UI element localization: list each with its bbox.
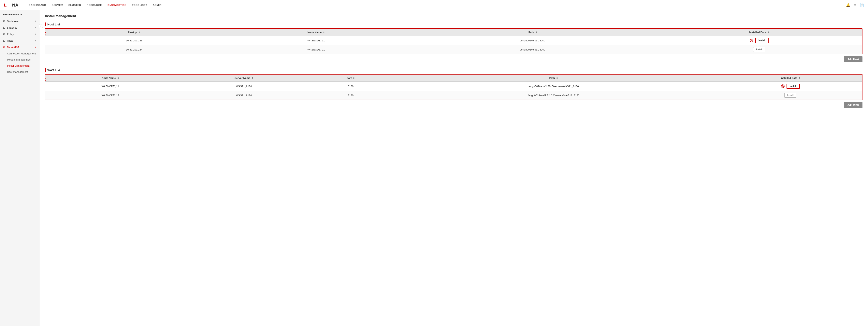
- was-list-table-wrapper: ③ Node Name ⇕ Server Name ⇕: [45, 74, 863, 100]
- sidebar-section-policy: ⊞ Policy ∧: [0, 31, 39, 37]
- page-title: Install Management: [45, 14, 76, 18]
- sidebar-label-policy: Policy: [7, 33, 34, 36]
- badge-1: ①: [45, 32, 46, 36]
- was-row-1-node: WASNODE_11: [45, 82, 175, 91]
- tuna-apm-section-icon: ⊞: [3, 46, 5, 49]
- sidebar-section-tuna-apm: ⊞ TunA APM ∨ Connection Management Modul…: [0, 44, 39, 75]
- was-col-port[interactable]: Port ⇕: [313, 74, 389, 82]
- was-row-2-server: WAS11_8180: [175, 91, 313, 100]
- nav-icons: 🔔 ⚙ 📄: [846, 3, 864, 7]
- was-list-section-header: WAS List: [45, 68, 863, 72]
- sidebar-label-trace: Trace: [7, 39, 34, 42]
- was-col-installed-date[interactable]: Installed Date ⇕: [719, 74, 862, 82]
- sidebar-section-header-tuna-apm[interactable]: ⊞ TunA APM ∨: [0, 44, 39, 51]
- host-list-table: Host Ip ⇕ Node Name ⇕ Path ⇕: [45, 29, 862, 54]
- nav-topology[interactable]: TOPOLOGY: [132, 4, 147, 6]
- sidebar-section-dashboard: ⊞ Dashboard ∧: [0, 18, 39, 25]
- sidebar-section-header-statistics[interactable]: ⊞ Statistics ∧: [0, 25, 39, 31]
- was-server-sort-icon: ⇕: [251, 77, 253, 79]
- host-row-2-ip: 10.81.209.134: [45, 45, 223, 54]
- host-row-2-path: /engn001/lena/1.32c0: [409, 45, 656, 54]
- sidebar: DIAGNOSTICS ⊞ Dashboard ∧ ⊞ Statistics ∧…: [0, 10, 39, 326]
- logo-lines: [8, 4, 11, 6]
- host-row-2: 10.81.209.134 WASNODE_21 /engn001/lena/1…: [45, 45, 862, 54]
- dashboard-chevron: ∧: [34, 20, 36, 23]
- host-row-2-install-button[interactable]: Install: [753, 47, 765, 52]
- sidebar-item-module-management[interactable]: Module Management: [0, 57, 39, 63]
- host-row-1-install-cell: ② Install: [659, 38, 860, 43]
- col-node-name[interactable]: Node Name ⇕: [223, 29, 409, 36]
- was-row-1-install: ④ Install: [719, 82, 862, 91]
- statistics-chevron: ∧: [34, 26, 36, 29]
- top-nav: L NA DASHBOARD SERVER CLUSTER RESOURCE D…: [0, 0, 868, 10]
- nav-server[interactable]: SERVER: [52, 4, 63, 6]
- sidebar-section-statistics: ⊞ Statistics ∧: [0, 25, 39, 31]
- was-col-server-name[interactable]: Server Name ⇕: [175, 74, 313, 82]
- dashboard-section-icon: ⊞: [3, 20, 5, 23]
- was-row-2-port: 8180: [313, 91, 389, 100]
- sidebar-section-header-trace[interactable]: ⊞ Trace ∧: [0, 37, 39, 44]
- trace-chevron: ∧: [34, 39, 36, 42]
- sidebar-item-connection-management[interactable]: Connection Management: [0, 51, 39, 57]
- gear-icon[interactable]: ⚙: [854, 3, 857, 7]
- was-row-1-path: /engn001/lena/1.32c0/servers/WAS11_8180: [389, 82, 719, 91]
- was-port-sort-icon: ⇕: [353, 77, 355, 79]
- col-path[interactable]: Path ⇕: [409, 29, 656, 36]
- logo-line-3: [8, 6, 11, 6]
- sidebar-section-trace: ⊞ Trace ∧: [0, 37, 39, 44]
- logo-line-2: [8, 5, 10, 5]
- host-list-section-header: Host List: [45, 23, 863, 26]
- host-row-1-node: WASNODE_11: [223, 36, 409, 45]
- sidebar-item-host-management[interactable]: Host Management: [0, 69, 39, 75]
- bell-icon[interactable]: 🔔: [846, 3, 850, 7]
- was-row-1-install-button[interactable]: Install: [786, 84, 800, 89]
- nav-diagnostics[interactable]: DIAGNOSTICS: [107, 4, 126, 6]
- badge-2: ②: [750, 39, 753, 42]
- sidebar-label-dashboard: Dashboard: [7, 20, 34, 23]
- nav-admin[interactable]: ADMIN: [153, 4, 161, 6]
- was-row-2: WASNODE_12 WAS11_8180 8180 /engn001/lena…: [45, 91, 862, 100]
- logo: L NA: [4, 3, 18, 8]
- nav-items: DASHBOARD SERVER CLUSTER RESOURCE DIAGNO…: [29, 4, 840, 6]
- nav-cluster[interactable]: CLUSTER: [68, 4, 81, 6]
- badge-3: ③: [45, 77, 46, 82]
- page-header: Install Management: [45, 14, 863, 18]
- host-list-title-bar: [45, 23, 46, 26]
- was-row-2-install-button[interactable]: Install: [784, 93, 796, 98]
- was-row-2-node: WASNODE_12: [45, 91, 175, 100]
- host-row-1-path: /engn001/lena/1.32c0: [409, 36, 656, 45]
- tuna-apm-chevron: ∨: [34, 46, 36, 48]
- was-path-sort-icon: ⇕: [556, 77, 558, 79]
- host-ip-sort-icon: ⇕: [138, 31, 140, 34]
- was-row-2-path: /engn001/lena/1.32c02/servers/WAS11_8180: [389, 91, 719, 100]
- sidebar-collapse-button[interactable]: ‹: [39, 24, 43, 28]
- host-row-1-install: ② Install: [656, 36, 862, 45]
- sidebar-item-install-management[interactable]: Install Management: [0, 63, 39, 69]
- path-sort-icon: ⇕: [535, 31, 537, 34]
- logo-line-1: [8, 4, 11, 4]
- host-list-table-wrapper: ① Host Ip ⇕ Node Name ⇕: [45, 28, 863, 54]
- col-host-ip[interactable]: Host Ip ⇕: [45, 29, 223, 36]
- host-row-1: 10.81.209.133 WASNODE_11 /engn001/lena/1…: [45, 36, 862, 45]
- host-list-header-row: Host Ip ⇕ Node Name ⇕ Path ⇕: [45, 29, 862, 36]
- add-was-container: Add WAS: [45, 102, 863, 108]
- was-col-path[interactable]: Path ⇕: [389, 74, 719, 82]
- logo-l-letter: L: [4, 3, 6, 8]
- add-was-button[interactable]: Add WAS: [844, 102, 863, 108]
- sidebar-section-header-policy[interactable]: ⊞ Policy ∧: [0, 31, 39, 37]
- was-row-1: WASNODE_11 WAS11_8180 8180 /engn001/lena…: [45, 82, 862, 91]
- main-content: Install Management Host List ① Host Ip: [39, 10, 868, 326]
- host-row-1-install-button[interactable]: Install: [755, 38, 769, 43]
- document-icon[interactable]: 📄: [860, 3, 864, 7]
- add-host-button[interactable]: Add Host: [844, 56, 863, 62]
- was-list-table: Node Name ⇕ Server Name ⇕ Port ⇕: [45, 74, 862, 100]
- col-installed-date[interactable]: Installed Date ⇕: [656, 29, 862, 36]
- host-row-2-node: WASNODE_21: [223, 45, 409, 54]
- nav-dashboard[interactable]: DASHBOARD: [29, 4, 46, 6]
- sidebar-label-tuna-apm: TunA APM: [7, 46, 34, 49]
- logo-text: NA: [12, 3, 18, 8]
- sidebar-section-header-dashboard[interactable]: ⊞ Dashboard ∧: [0, 18, 39, 25]
- nav-resource[interactable]: RESOURCE: [87, 4, 102, 6]
- host-list-section: Host List ① Host Ip ⇕: [45, 23, 863, 62]
- was-col-node-name[interactable]: Node Name ⇕: [45, 74, 175, 82]
